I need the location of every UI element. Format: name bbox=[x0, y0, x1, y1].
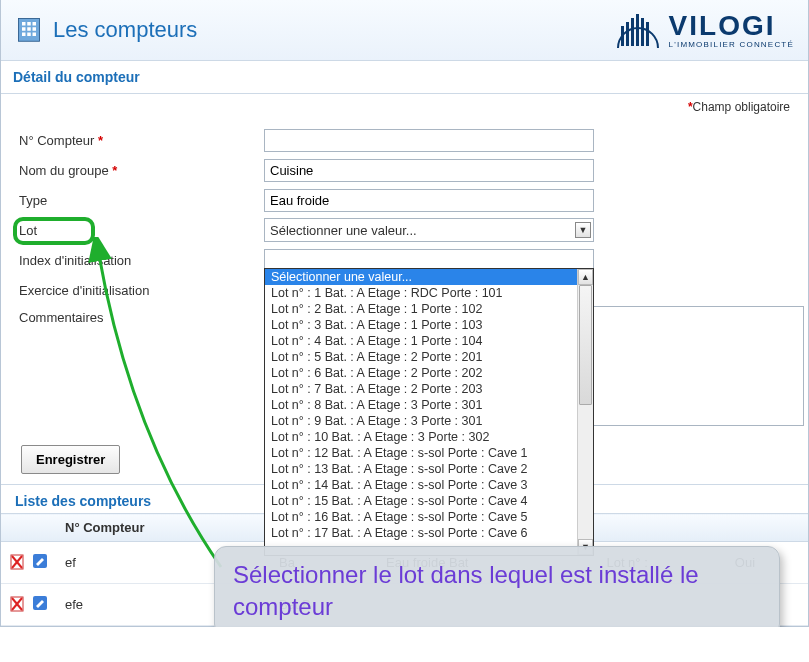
lot-option[interactable]: Lot n° : 10 Bat. : A Etage : 3 Porte : 3… bbox=[265, 429, 593, 445]
lot-option[interactable]: Lot n° : 13 Bat. : A Etage : s-sol Porte… bbox=[265, 461, 593, 477]
lot-option[interactable]: Lot n° : 8 Bat. : A Etage : 3 Porte : 30… bbox=[265, 397, 593, 413]
col-num[interactable]: N° Compteur bbox=[57, 514, 271, 542]
lot-option[interactable]: Lot n° : 2 Bat. : A Etage : 1 Porte : 10… bbox=[265, 301, 593, 317]
lot-option[interactable]: Lot n° : 1 Bat. : A Etage : RDC Porte : … bbox=[265, 285, 593, 301]
scroll-up-icon[interactable]: ▲ bbox=[578, 269, 593, 285]
lot-select[interactable]: Sélectionner une valeur... ▼ bbox=[264, 218, 594, 242]
svg-rect-3 bbox=[33, 22, 37, 26]
svg-rect-15 bbox=[646, 22, 649, 46]
svg-rect-6 bbox=[33, 27, 37, 31]
lot-option[interactable]: Lot n° : 16 Bat. : A Etage : s-sol Porte… bbox=[265, 509, 593, 525]
edit-icon[interactable] bbox=[31, 552, 49, 573]
lot-option[interactable]: Lot n° : 9 Bat. : A Etage : 3 Porte : 30… bbox=[265, 413, 593, 429]
group-input[interactable] bbox=[264, 159, 594, 182]
detail-section-title: Détail du compteur bbox=[1, 61, 808, 94]
save-button[interactable]: Enregistrer bbox=[21, 445, 120, 474]
edit-icon[interactable] bbox=[31, 594, 49, 615]
type-input[interactable] bbox=[264, 189, 594, 212]
lot-option[interactable]: Lot n° : 12 Bat. : A Etage : s-sol Porte… bbox=[265, 445, 593, 461]
lot-option[interactable]: Lot n° : 4 Bat. : A Etage : 1 Porte : 10… bbox=[265, 333, 593, 349]
svg-rect-14 bbox=[641, 18, 644, 46]
page-title: Les compteurs bbox=[53, 17, 197, 43]
svg-rect-4 bbox=[22, 27, 26, 31]
chevron-down-icon: ▼ bbox=[575, 222, 591, 238]
lot-option[interactable]: Lot n° : 6 Bat. : A Etage : 2 Porte : 20… bbox=[265, 365, 593, 381]
svg-rect-12 bbox=[631, 18, 634, 46]
svg-rect-8 bbox=[27, 32, 31, 36]
lot-dropdown[interactable]: Sélectionner une valeur...Lot n° : 1 Bat… bbox=[264, 268, 594, 556]
delete-icon[interactable] bbox=[9, 594, 27, 615]
logo-name: VILOGI bbox=[669, 12, 794, 40]
svg-rect-11 bbox=[626, 22, 629, 46]
delete-icon[interactable] bbox=[9, 552, 27, 573]
lot-select-value: Sélectionner une valeur... bbox=[270, 223, 417, 238]
comments-label: Commentaires bbox=[19, 306, 264, 329]
annotation-callout: Sélectionner le lot dans lequel est inst… bbox=[214, 546, 780, 627]
group-label: Nom du groupe * bbox=[19, 159, 264, 182]
svg-rect-9 bbox=[33, 32, 37, 36]
svg-rect-7 bbox=[22, 32, 26, 36]
type-label: Type bbox=[19, 189, 264, 212]
scroll-thumb[interactable] bbox=[579, 285, 592, 405]
lot-option[interactable]: Lot n° : 3 Bat. : A Etage : 1 Porte : 10… bbox=[265, 317, 593, 333]
lot-option[interactable]: Lot n° : 14 Bat. : A Etage : s-sol Porte… bbox=[265, 477, 593, 493]
num-compteur-label: N° Compteur * bbox=[19, 129, 264, 152]
svg-rect-13 bbox=[636, 14, 639, 46]
svg-rect-5 bbox=[27, 27, 31, 31]
lot-option[interactable]: Lot n° : 15 Bat. : A Etage : s-sol Porte… bbox=[265, 493, 593, 509]
scrollbar[interactable]: ▲ ▼ bbox=[577, 269, 593, 555]
lot-option[interactable]: Lot n° : 7 Bat. : A Etage : 2 Porte : 20… bbox=[265, 381, 593, 397]
brand-logo: VILOGI L'IMMOBILIER CONNECTÉ bbox=[613, 8, 794, 52]
exercice-label: Exercice d'initialisation bbox=[19, 279, 264, 302]
num-compteur-input[interactable] bbox=[264, 129, 594, 152]
building-icon bbox=[15, 15, 43, 46]
svg-rect-2 bbox=[27, 22, 31, 26]
index-label: Index d'initialisation bbox=[19, 249, 264, 272]
lot-label: Lot bbox=[19, 219, 264, 242]
mandatory-note: *Champ obligatoire bbox=[1, 94, 808, 120]
logo-tagline: L'IMMOBILIER CONNECTÉ bbox=[669, 40, 794, 49]
svg-rect-1 bbox=[22, 22, 26, 26]
page-header: Les compteurs VILOGI L'IMMOBILIER CONNEC… bbox=[1, 0, 808, 61]
lot-option[interactable]: Lot n° : 17 Bat. : A Etage : s-sol Porte… bbox=[265, 525, 593, 541]
lot-option[interactable]: Lot n° : 5 Bat. : A Etage : 2 Porte : 20… bbox=[265, 349, 593, 365]
lot-option[interactable]: Sélectionner une valeur... bbox=[265, 269, 593, 285]
